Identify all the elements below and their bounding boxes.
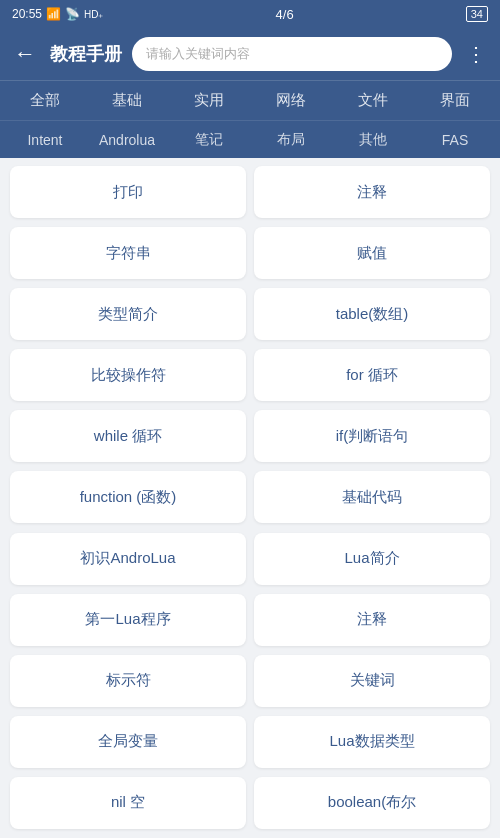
grid-item-12[interactable]: 初识AndroLua [10,533,246,585]
page-title: 教程手册 [50,42,122,66]
tab1-item-文件[interactable]: 文件 [332,85,414,116]
tab1-item-界面[interactable]: 界面 [414,85,496,116]
back-button[interactable]: ← [10,37,40,71]
tab2-item-笔记[interactable]: 笔记 [168,126,250,154]
grid-item-0[interactable]: 打印 [10,166,246,218]
status-bar: 20:55 📶 📡 HD₊ 4/6 34 [0,0,500,28]
tab2-item-Intent[interactable]: Intent [4,127,86,153]
grid-item-2[interactable]: 字符串 [10,227,246,279]
signal-icon: 📶 [46,7,61,21]
grid-item-13[interactable]: Lua简介 [254,533,490,585]
hd-icon: HD₊ [84,9,103,20]
grid-item-11[interactable]: 基础代码 [254,471,490,523]
grid-item-10[interactable]: function (函数) [10,471,246,523]
tab1-item-实用[interactable]: 实用 [168,85,250,116]
grid-item-14[interactable]: 第一Lua程序 [10,594,246,646]
grid-item-6[interactable]: 比较操作符 [10,349,246,401]
tab2-item-布局[interactable]: 布局 [250,126,332,154]
page-indicator: 4/6 [276,7,294,22]
search-box[interactable]: 请输入关键词内容 [132,37,452,71]
category-tabs-row2: IntentAndrolua笔记布局其他FAS [0,120,500,158]
grid-item-8[interactable]: while 循环 [10,410,246,462]
status-left: 20:55 📶 📡 HD₊ [12,7,103,21]
grid-item-17[interactable]: 关键词 [254,655,490,707]
grid-item-3[interactable]: 赋值 [254,227,490,279]
grid-item-5[interactable]: table(数组) [254,288,490,340]
tab2-item-FAS[interactable]: FAS [414,127,496,153]
tab2-item-Androlua[interactable]: Androlua [86,127,168,153]
grid-item-1[interactable]: 注释 [254,166,490,218]
tab2-item-其他[interactable]: 其他 [332,126,414,154]
tab1-item-基础[interactable]: 基础 [86,85,168,116]
grid-item-7[interactable]: for 循环 [254,349,490,401]
grid-item-18[interactable]: 全局变量 [10,716,246,768]
items-grid: 打印注释字符串赋值类型简介table(数组)比较操作符for 循环while 循… [0,158,500,838]
grid-item-20[interactable]: nil 空 [10,777,246,829]
search-placeholder: 请输入关键词内容 [146,45,250,63]
app-header: ← 教程手册 请输入关键词内容 ⋮ [0,28,500,80]
grid-item-4[interactable]: 类型简介 [10,288,246,340]
status-time: 20:55 [12,7,42,21]
more-button[interactable]: ⋮ [462,38,490,70]
grid-item-15[interactable]: 注释 [254,594,490,646]
grid-item-9[interactable]: if(判断语句 [254,410,490,462]
battery-indicator: 34 [466,6,488,22]
tab1-item-全部[interactable]: 全部 [4,85,86,116]
grid-item-16[interactable]: 标示符 [10,655,246,707]
category-tabs-row1: 全部基础实用网络文件界面 [0,80,500,120]
wifi-icon: 📡 [65,7,80,21]
grid-item-21[interactable]: boolean(布尔 [254,777,490,829]
grid-item-19[interactable]: Lua数据类型 [254,716,490,768]
tab1-item-网络[interactable]: 网络 [250,85,332,116]
